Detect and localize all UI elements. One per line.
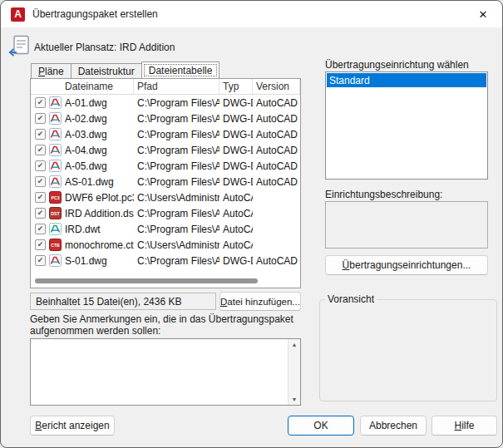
file-checkbox[interactable] [35, 113, 46, 124]
vertical-scrollbar[interactable]: ▲ ▼ [288, 339, 300, 405]
file-checkbox[interactable] [35, 192, 46, 203]
file-version: AutoCAD [253, 255, 300, 267]
close-icon[interactable]: ✕ [464, 1, 502, 27]
tab-plaene[interactable]: Pläne [31, 63, 72, 79]
table-row[interactable]: S-01.dwg C:\Program Files\Au DWG-D AutoC… [31, 253, 300, 268]
table-row[interactable]: A-03.dwg C:\Program Files\Au DWG-D AutoC… [31, 126, 300, 142]
transmittal-setup-title: Übertragungseinrichtung wählen [325, 59, 469, 71]
file-type: AutoCA [219, 239, 253, 251]
file-path: C:\Program Files\Au [134, 176, 219, 188]
file-name: A-02.dwg [65, 113, 107, 125]
column-header-pfad[interactable]: Pfad [134, 79, 219, 94]
dwg-file-icon [49, 144, 62, 156]
preview-group-label: Voransicht [325, 293, 377, 305]
dwg-file-icon [49, 160, 62, 172]
column-header-version[interactable]: Version [253, 79, 300, 94]
dwg-file-icon [49, 112, 62, 125]
dwg-file-icon [49, 254, 62, 267]
file-name: S-01.dwg [65, 255, 107, 267]
file-type: AutoCA [219, 192, 253, 204]
transmittal-setups-button[interactable]: Übertragungseinrichtungen... [325, 255, 488, 275]
file-path: C:\Program Files\Au [134, 129, 219, 140]
table-row[interactable]: A-05.dwg C:\Program Files\Au DWG-D AutoC… [31, 158, 300, 174]
file-version: AutoCAD [253, 129, 300, 140]
file-checkbox[interactable] [35, 97, 46, 108]
file-version: AutoCAD [253, 145, 300, 156]
file-checkbox[interactable] [35, 129, 46, 140]
file-checkbox[interactable] [35, 145, 46, 155]
file-name: A-04.dwg [65, 145, 107, 156]
view-report-button[interactable]: Bericht anzeigen [30, 416, 115, 436]
add-file-button[interactable]: Datei hinzufügen... [219, 292, 301, 311]
horizontal-scrollbar-thumb[interactable] [35, 278, 258, 283]
horizontal-scrollbar[interactable] [32, 277, 299, 285]
dwt-file-icon [49, 223, 62, 235]
transmittal-setup-list[interactable]: Standard [325, 71, 488, 180]
column-header-typ[interactable]: Typ [219, 79, 253, 94]
file-type: DWG-D [219, 255, 253, 267]
file-version: AutoCAD [253, 176, 300, 188]
dwg-file-icon [49, 96, 62, 109]
ctb-file-icon: CTB [49, 239, 62, 251]
file-type: DWG-D [219, 176, 253, 188]
file-checkbox[interactable] [35, 176, 46, 187]
table-row[interactable]: AS-01.dwg C:\Program Files\Au DWG-D Auto… [31, 174, 300, 190]
file-table-header: Dateiname Pfad Typ Version [31, 79, 300, 95]
table-row[interactable]: A-01.dwg C:\Program Files\Au DWG-D AutoC… [31, 95, 300, 111]
table-row[interactable]: PC3 DWF6 ePlot.pc3 C:\Users\Administra A… [31, 190, 300, 205]
etransmit-package-icon [7, 34, 32, 57]
file-checkbox[interactable] [35, 255, 46, 266]
table-row[interactable]: CTB monochrome.ctb C:\Users\Administra A… [31, 237, 300, 253]
notes-textarea[interactable]: ▲ ▼ [30, 338, 301, 406]
window-title: Übertragungspaket erstellen [32, 8, 158, 20]
file-type: AutoCA [219, 224, 253, 235]
file-path: C:\Program Files\Au [134, 145, 219, 156]
file-version: AutoCAD [253, 97, 300, 109]
file-name: IRD Addition.dst [65, 208, 134, 219]
file-path: C:\Program Files\Au [134, 97, 219, 109]
file-checkbox[interactable] [35, 239, 46, 250]
tab-dateistruktur[interactable]: Dateistruktur [71, 63, 142, 79]
preview-group: Voransicht [319, 293, 497, 401]
title-bar: A Übertragungspaket erstellen ✕ [1, 1, 502, 27]
table-row[interactable]: A-04.dwg C:\Program Files\Au DWG-D AutoC… [31, 142, 300, 158]
file-version: AutoCAD [253, 113, 300, 125]
current-sheet-set-label: Aktueller Plansatz: IRD Addition [34, 42, 175, 53]
autocad-app-icon: A [11, 7, 25, 22]
svg-text:PC3: PC3 [51, 195, 59, 200]
setup-list-item-standard[interactable]: Standard [327, 73, 486, 87]
ok-button[interactable]: OK [288, 416, 354, 436]
table-row[interactable]: IRD.dwt C:\Program Files\Au AutoCA [31, 221, 300, 237]
tab-dateientabelle[interactable]: Dateientabelle [141, 62, 220, 79]
column-header-dateiname[interactable]: Dateiname [31, 79, 134, 94]
notes-label: Geben Sie Anmerkungen ein, die in das Üb… [30, 313, 306, 337]
included-files-summary: Beinhaltet 15 Datei(en), 2436 KB [30, 293, 216, 310]
file-path: C:\Program Files\Au [134, 160, 219, 172]
scroll-down-icon[interactable]: ▼ [292, 396, 298, 402]
help-button[interactable]: Hilfe [431, 416, 497, 436]
file-table: Dateiname Pfad Typ Version A-01.dwg C:\P… [30, 78, 301, 288]
setup-description-box [325, 201, 488, 249]
setup-description-label: Einrichtungsbeschreibung: [325, 189, 442, 200]
file-checkbox[interactable] [35, 160, 46, 171]
tab-bar: Pläne Dateistruktur Dateientabelle [31, 62, 219, 79]
file-path: C:\Users\Administra [134, 192, 219, 204]
file-type: AutoCA [219, 208, 253, 219]
file-name: A-03.dwg [65, 129, 107, 140]
file-type: DWG-D [219, 129, 253, 140]
file-type: DWG-D [219, 97, 253, 109]
pc3-file-icon: PC3 [49, 191, 62, 204]
cancel-button[interactable]: Abbrechen [360, 416, 427, 436]
table-row[interactable]: A-02.dwg C:\Program Files\Au DWG-D AutoC… [31, 111, 300, 126]
file-name: DWF6 ePlot.pc3 [65, 192, 134, 204]
file-table-body: A-01.dwg C:\Program Files\Au DWG-D AutoC… [31, 95, 300, 268]
file-path: C:\Program Files\Au [134, 255, 219, 267]
scroll-up-icon[interactable]: ▲ [292, 342, 298, 347]
file-type: DWG-D [219, 113, 253, 125]
file-checkbox[interactable] [35, 208, 46, 219]
dwg-file-icon [49, 128, 62, 140]
file-type: DWG-D [219, 160, 253, 172]
file-path: C:\Program Files\Au [134, 224, 219, 235]
table-row[interactable]: DST IRD Addition.dst C:\Program Files\Au… [31, 205, 300, 221]
file-checkbox[interactable] [35, 224, 46, 234]
